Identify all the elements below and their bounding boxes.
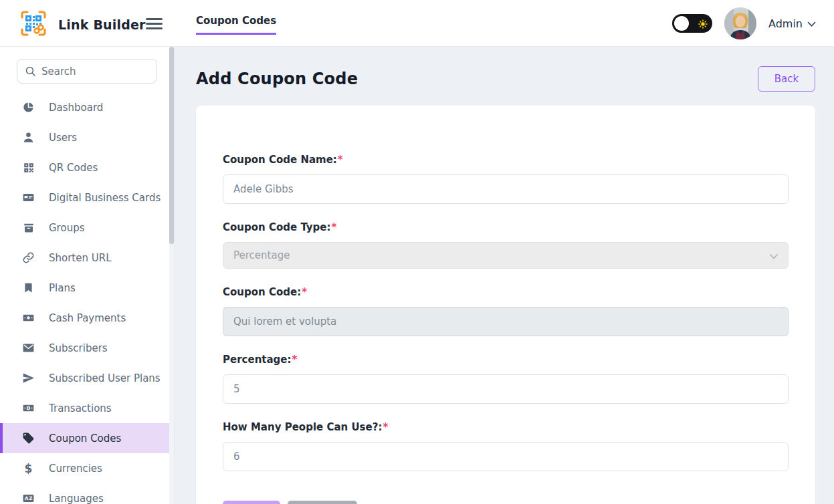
sidebar-item-label: Transactions: [49, 402, 112, 414]
sidebar-collapse-button[interactable]: [146, 18, 163, 29]
top-header: Link Builder Coupon Codes: [0, 0, 834, 47]
toggle-knob: [674, 16, 689, 31]
banknote-zero-icon: [22, 402, 35, 414]
main-content: Add Coupon Code Back Coupon Code Name:* …: [175, 47, 834, 504]
pie-chart-icon: [22, 101, 35, 114]
chevron-down-icon: [769, 251, 778, 263]
field-label: Coupon Code Name:*: [223, 154, 789, 166]
sidebar-item-label: Plans: [49, 282, 76, 294]
translate-icon: AZ: [22, 492, 35, 504]
id-card-icon: [22, 191, 35, 204]
sidebar: Dashboard Users QR Codes Digital Busines…: [0, 47, 175, 504]
sidebar-item-shorten-url[interactable]: Shorten URL: [0, 243, 174, 273]
field-coupon-code-type: Coupon Code Type:* Percentage: [223, 221, 789, 269]
field-label: How Many People Can Use?:*: [223, 421, 789, 433]
cancel-button[interactable]: Cancel: [288, 501, 357, 504]
field-how-many-people: How Many People Can Use?:*: [223, 421, 789, 471]
sidebar-item-currencies[interactable]: $ Currencies: [0, 453, 174, 483]
sidebar-item-label: Dashboard: [49, 102, 103, 114]
sidebar-item-label: Coupon Codes: [49, 432, 121, 445]
sidebar-item-label: Cash Payments: [49, 312, 126, 324]
required-asterisk: *: [292, 354, 298, 366]
qr-grid-icon: [22, 161, 35, 174]
link-icon: [22, 251, 35, 264]
sidebar-item-label: Subscribers: [49, 342, 108, 354]
qr-code-link-logo-icon: [17, 7, 49, 42]
sidebar-item-subscribers[interactable]: Subscribers: [0, 333, 174, 363]
coupon-code-input: [223, 307, 789, 336]
coupon-code-type-select[interactable]: Percentage: [223, 242, 789, 269]
page-header: Add Coupon Code Back: [196, 66, 815, 92]
how-many-people-input[interactable]: [223, 442, 789, 471]
user-avatar[interactable]: [724, 7, 756, 39]
app-title: Link Builder: [58, 17, 146, 32]
field-coupon-code-name: Coupon Code Name:*: [223, 154, 789, 204]
sidebar-item-users[interactable]: Users: [0, 122, 174, 152]
person-icon: [22, 131, 35, 144]
sidebar-item-label: Users: [49, 132, 77, 144]
required-asterisk: *: [332, 221, 337, 233]
sidebar-item-groups[interactable]: Groups: [0, 213, 174, 243]
percentage-input[interactable]: [223, 374, 789, 404]
sidebar-scrollbar-thumb[interactable]: [169, 47, 174, 244]
sidebar-item-label: Languages: [49, 493, 104, 504]
paper-plane-icon: [22, 372, 35, 384]
field-coupon-code: Coupon Code:*: [223, 286, 789, 336]
sidebar-item-label: Groups: [49, 222, 84, 234]
sidebar-nav: Dashboard Users QR Codes Digital Busines…: [0, 92, 174, 504]
tag-icon: [22, 432, 35, 445]
field-percentage: Percentage:*: [223, 354, 789, 404]
page-title: Add Coupon Code: [196, 70, 358, 88]
sidebar-item-coupon-codes[interactable]: Coupon Codes: [0, 423, 174, 453]
sun-icon: [698, 19, 708, 28]
coupon-code-name-input[interactable]: [223, 174, 789, 204]
sidebar-item-transactions[interactable]: Transactions: [0, 393, 174, 423]
back-button[interactable]: Back: [758, 66, 815, 92]
banknote-icon: [22, 311, 35, 324]
sidebar-item-label: QR Codes: [49, 162, 98, 174]
sidebar-item-label: Subscribed User Plans: [49, 372, 161, 384]
sidebar-item-qr-codes[interactable]: QR Codes: [0, 152, 174, 182]
field-label: Coupon Code Type:*: [223, 221, 789, 233]
form-card: Coupon Code Name:* Coupon Code Type:* Pe…: [196, 106, 815, 504]
field-label: Percentage:*: [223, 354, 789, 366]
sidebar-item-subscribed-user-plans[interactable]: Subscribed User Plans: [0, 363, 174, 393]
svg-text:A: A: [25, 495, 29, 501]
selected-option: Percentage: [233, 249, 290, 261]
brand: Link Builder: [17, 7, 146, 42]
sidebar-item-plans[interactable]: Plans: [0, 273, 174, 303]
breadcrumb[interactable]: Coupon Codes: [196, 15, 276, 35]
svg-text:Z: Z: [29, 495, 32, 501]
sidebar-item-digital-business-cards[interactable]: Digital Business Cards: [0, 182, 174, 213]
sidebar-item-label: Shorten URL: [49, 252, 112, 264]
sidebar-item-languages[interactable]: AZ Languages: [0, 483, 174, 504]
bookmark-icon: [22, 281, 35, 294]
search-input[interactable]: [17, 59, 157, 84]
sidebar-item-cash-payments[interactable]: Cash Payments: [0, 303, 174, 333]
form-actions: Save Cancel: [223, 501, 789, 504]
required-asterisk: *: [338, 154, 343, 166]
sidebar-scrollbar-track[interactable]: [169, 47, 174, 504]
user-name: Admin: [768, 17, 803, 30]
field-label: Coupon Code:*: [223, 286, 789, 298]
sidebar-item-label: Digital Business Cards: [49, 192, 161, 204]
search-icon: [25, 66, 36, 77]
required-asterisk: *: [302, 286, 307, 298]
theme-toggle[interactable]: [672, 14, 712, 33]
required-asterisk: *: [383, 421, 388, 433]
sidebar-item-label: Currencies: [49, 463, 102, 475]
sidebar-search: [17, 59, 157, 84]
dollar-sign-icon: $: [22, 462, 35, 475]
save-button[interactable]: Save: [223, 501, 280, 504]
inbox-icon: [22, 221, 35, 234]
envelope-icon: [22, 342, 35, 354]
chevron-down-icon: [807, 17, 816, 30]
user-menu[interactable]: Admin: [768, 17, 816, 30]
sidebar-item-dashboard[interactable]: Dashboard: [0, 92, 174, 122]
header-actions: Admin: [672, 0, 816, 47]
